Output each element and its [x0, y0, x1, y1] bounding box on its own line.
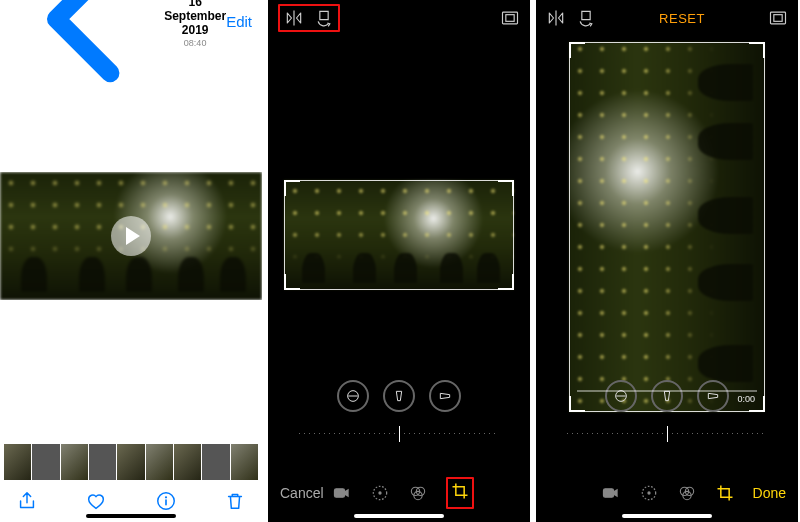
info-button[interactable]	[155, 490, 177, 512]
horizontal-perspective-button[interactable]	[429, 380, 461, 412]
chevron-left-icon	[10, 0, 164, 96]
thumbnail-strip[interactable]	[0, 444, 262, 480]
flip-button[interactable]	[546, 8, 566, 28]
adjust-controls	[268, 380, 530, 444]
thumbnail[interactable]	[117, 444, 144, 480]
mode-adjust[interactable]	[639, 483, 659, 503]
share-button[interactable]	[16, 490, 38, 512]
delete-button[interactable]	[224, 490, 246, 512]
mode-adjust[interactable]	[370, 483, 390, 503]
aspect-ratio-icon	[500, 8, 520, 28]
adjust-mode-icon	[639, 483, 659, 503]
crop-mode-icon	[450, 481, 470, 501]
video-mode-icon	[332, 483, 352, 503]
mode-filters[interactable]	[408, 483, 428, 503]
crop-handle-br[interactable]	[498, 274, 514, 290]
svg-rect-12	[774, 15, 782, 22]
svg-rect-3	[506, 15, 514, 22]
video-time-label: 0:00	[737, 394, 755, 404]
favorite-button[interactable]	[85, 490, 107, 512]
horizontal-perspective-icon	[437, 388, 453, 404]
crop-handle-tl[interactable]	[284, 180, 300, 196]
video-mode-icon	[601, 483, 621, 503]
svg-point-7	[378, 491, 381, 494]
rotate-button[interactable]	[576, 8, 596, 28]
crop-handle-tr[interactable]	[749, 42, 765, 58]
edit-button[interactable]: Edit	[226, 13, 252, 30]
share-icon	[16, 490, 38, 512]
home-indicator[interactable]	[622, 514, 712, 518]
horizontal-perspective-button[interactable]	[697, 380, 729, 412]
thumbnail[interactable]	[89, 444, 116, 480]
back-button[interactable]	[10, 0, 164, 100]
highlight-crop-mode	[446, 477, 474, 509]
done-button[interactable]: Done	[753, 485, 786, 501]
editor-bottom-bar: Done	[536, 474, 798, 512]
video-progress[interactable]	[577, 390, 757, 392]
title-time: 08:40	[164, 38, 226, 48]
thumbnail[interactable]	[61, 444, 88, 480]
thumbnail[interactable]	[174, 444, 201, 480]
rotate-icon	[576, 8, 596, 28]
mode-crop[interactable]	[715, 483, 735, 503]
crop-handle-tr[interactable]	[498, 180, 514, 196]
crop-handle-bl[interactable]	[284, 274, 300, 290]
vertical-perspective-button[interactable]	[383, 380, 415, 412]
edit-modes	[332, 477, 474, 509]
angle-ruler[interactable]	[299, 424, 499, 444]
crop-frame[interactable]	[284, 180, 514, 290]
photos-viewer-screen: 16 September 2019 08:40 Edit	[0, 0, 262, 522]
crop-frame[interactable]	[569, 42, 765, 412]
mode-crop[interactable]	[450, 481, 470, 501]
crop-mode-icon	[715, 483, 735, 503]
title-block: 16 September 2019 08:40	[164, 0, 226, 48]
trash-icon	[224, 490, 246, 512]
vertical-perspective-icon	[391, 388, 407, 404]
crop-canvas[interactable]	[284, 180, 514, 290]
title-date: 16 September 2019	[164, 0, 226, 37]
editor-top-bar	[268, 0, 530, 36]
thumbnail[interactable]	[231, 444, 258, 480]
editor-bottom-bar: Cancel	[268, 474, 530, 512]
vertical-perspective-button[interactable]	[651, 380, 683, 412]
flip-horizontal-icon	[284, 8, 304, 28]
crop-handle-tl[interactable]	[569, 42, 585, 58]
svg-point-1	[165, 496, 167, 498]
home-indicator[interactable]	[354, 514, 444, 518]
nav-bar: 16 September 2019 08:40 Edit	[0, 0, 262, 42]
filters-mode-icon	[677, 483, 697, 503]
aspect-ratio-button[interactable]	[768, 8, 788, 28]
thumbnail[interactable]	[202, 444, 229, 480]
thumbnail[interactable]	[32, 444, 59, 480]
thumbnail[interactable]	[146, 444, 173, 480]
straighten-button[interactable]	[605, 380, 637, 412]
mode-filters[interactable]	[677, 483, 697, 503]
video-preview[interactable]	[0, 172, 262, 300]
edit-modes	[601, 483, 735, 503]
svg-rect-11	[771, 12, 786, 24]
thumbnail[interactable]	[4, 444, 31, 480]
rotate-icon	[314, 8, 334, 28]
aspect-ratio-button[interactable]	[500, 8, 520, 28]
straighten-button[interactable]	[337, 380, 369, 412]
info-icon	[155, 490, 177, 512]
flip-button[interactable]	[284, 8, 304, 28]
mode-video[interactable]	[332, 483, 352, 503]
crop-editor-rotated-screen: RESET 0:00	[536, 0, 798, 522]
editor-top-bar: RESET	[536, 0, 798, 36]
flip-horizontal-icon	[546, 8, 566, 28]
svg-rect-2	[503, 12, 518, 24]
angle-ruler[interactable]	[567, 424, 767, 444]
rotate-button[interactable]	[314, 8, 334, 28]
reset-button[interactable]: RESET	[659, 11, 705, 26]
highlight-flip-rotate	[278, 4, 340, 32]
adjust-mode-icon	[370, 483, 390, 503]
heart-icon	[85, 490, 107, 512]
play-icon[interactable]	[111, 216, 151, 256]
crop-canvas[interactable]: 0:00	[569, 42, 765, 412]
straighten-icon	[345, 388, 361, 404]
svg-rect-14	[604, 489, 614, 497]
mode-video[interactable]	[601, 483, 621, 503]
cancel-button[interactable]: Cancel	[280, 485, 324, 501]
home-indicator[interactable]	[86, 514, 176, 518]
